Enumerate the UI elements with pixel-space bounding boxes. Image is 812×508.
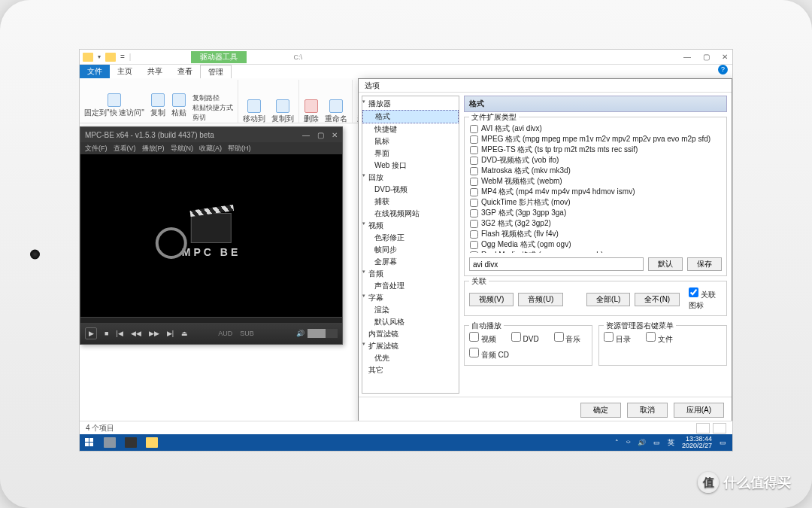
autoplay-music[interactable]: [554, 332, 564, 342]
seek-bar[interactable]: [80, 317, 342, 323]
tree-defstyle[interactable]: 默认风格: [362, 316, 459, 328]
format-row[interactable]: Ogg Media 格式 (ogm ogv): [469, 239, 722, 250]
format-checkbox[interactable]: [470, 146, 478, 154]
tray-battery-icon[interactable]: ▭: [653, 439, 660, 446]
taskbar-app-1[interactable]: [99, 434, 120, 451]
tray-notifications-icon[interactable]: ▭: [720, 439, 726, 446]
format-row[interactable]: MPEG-TS 格式 (ts tp trp m2t m2ts mts rec s…: [469, 144, 722, 155]
rewind-button[interactable]: ◀◀: [131, 330, 141, 337]
tree-intflt[interactable]: 内置滤镜: [362, 328, 459, 340]
format-checkbox[interactable]: [470, 135, 478, 144]
mpc-menu-nav[interactable]: 导航(N): [171, 144, 194, 154]
tab-share[interactable]: 共享: [140, 65, 170, 78]
close-button[interactable]: ✕: [722, 53, 728, 61]
format-checkbox[interactable]: [470, 209, 478, 217]
format-list[interactable]: AVI 格式 (avi divx)MPEG 格式 (mpg mpeg mpe m…: [469, 123, 722, 253]
tree-subtitle[interactable]: 字幕: [362, 292, 459, 304]
stop-button[interactable]: ■: [105, 330, 108, 337]
format-checkbox[interactable]: [470, 125, 478, 133]
taskbar-app-explorer[interactable]: [141, 434, 162, 451]
format-row[interactable]: 3G2 格式 (3g2 3gp2): [469, 218, 722, 229]
format-checkbox[interactable]: [470, 241, 478, 249]
tray-up-icon[interactable]: ˄: [615, 439, 619, 446]
format-checkbox[interactable]: [470, 167, 478, 175]
tree-capture[interactable]: 捕获: [362, 196, 459, 208]
format-row[interactable]: MP4 格式 (mp4 m4v mp4v mpv4 hdmov ismv): [469, 187, 722, 197]
paste-button[interactable]: 粘贴: [171, 93, 186, 123]
format-row[interactable]: MPEG 格式 (mpg mpeg mpe m1v m2v mpv2 mp2v …: [469, 134, 722, 144]
autoplay-dvd[interactable]: [511, 332, 521, 342]
format-row[interactable]: DVD-视频格式 (vob ifo): [469, 155, 722, 166]
start-button[interactable]: [80, 434, 99, 451]
format-row[interactable]: QuickTime 影片格式 (mov): [469, 197, 722, 208]
format-checkbox[interactable]: [470, 178, 478, 186]
tab-file[interactable]: 文件: [80, 65, 110, 78]
pin-button[interactable]: 固定到"快 速访问": [84, 93, 144, 123]
mpc-close[interactable]: ✕: [332, 131, 338, 139]
tray-wifi-icon[interactable]: ⌔: [626, 439, 630, 446]
aud-label[interactable]: AUD: [218, 330, 232, 337]
format-checkbox[interactable]: [470, 220, 478, 228]
forward-button[interactable]: ▶▶: [149, 330, 159, 337]
ctxmenu-file[interactable]: [646, 332, 656, 342]
tray-volume-icon[interactable]: 🔊: [638, 439, 646, 446]
format-checkbox[interactable]: [470, 157, 478, 165]
video-area[interactable]: MPC BE: [80, 154, 342, 317]
format-checkbox[interactable]: [470, 230, 478, 239]
assoc-audio-button[interactable]: 音频(U): [518, 293, 563, 306]
apply-button[interactable]: 应用(A): [674, 403, 724, 418]
tree-webif[interactable]: Web 接口: [362, 160, 459, 172]
assoc-video-button[interactable]: 视频(V): [469, 293, 514, 306]
maximize-button[interactable]: ▢: [703, 53, 710, 61]
tab-manage[interactable]: 管理: [200, 65, 232, 78]
tree-priority[interactable]: 优先: [362, 352, 459, 364]
tree-interface[interactable]: 界面: [362, 148, 459, 160]
pasteshortcut-button[interactable]: 粘贴快捷方式: [192, 103, 233, 113]
ext-input[interactable]: [469, 257, 644, 271]
options-tree[interactable]: 播放器 格式 快捷键 鼠标 界面 Web 接口 回放 DVD-视频 捕获 在线视…: [362, 96, 459, 394]
view-details-button[interactable]: [696, 423, 710, 433]
tree-framesync[interactable]: 帧同步: [362, 244, 459, 256]
mpc-menu-file[interactable]: 文件(F): [85, 144, 108, 154]
format-row[interactable]: Matroska 格式 (mkv mk3d): [469, 166, 722, 176]
tree-render[interactable]: 渲染: [362, 304, 459, 316]
delete-button[interactable]: 删除: [304, 99, 319, 123]
ctxmenu-dir[interactable]: [604, 332, 614, 342]
cut-button[interactable]: 剪切: [192, 113, 233, 123]
qat-dropdown-icon[interactable]: ▾: [98, 53, 101, 60]
next-button[interactable]: ▶|: [167, 330, 174, 337]
tab-view[interactable]: 查看: [170, 65, 200, 78]
autoplay-audiocd[interactable]: [469, 348, 479, 357]
tree-mouse[interactable]: 鼠标: [362, 135, 459, 148]
tree-video[interactable]: 视频: [362, 220, 459, 232]
tab-home[interactable]: 主页: [110, 65, 140, 78]
view-icons-button[interactable]: [713, 423, 726, 433]
copyto-button[interactable]: 复制到: [271, 99, 294, 123]
taskbar-clock[interactable]: 13:38:44 2020/2/27: [682, 436, 712, 449]
mpc-menu-help[interactable]: 帮助(H): [228, 144, 251, 154]
eject-button[interactable]: ⏏: [181, 330, 188, 337]
ok-button[interactable]: 确定: [580, 403, 621, 418]
play-button[interactable]: ▶: [85, 327, 97, 339]
rename-button[interactable]: 重命名: [325, 99, 347, 123]
tree-format[interactable]: 格式: [362, 110, 459, 123]
format-row[interactable]: 3GP 格式 (3gp 3gpp 3ga): [469, 208, 722, 218]
mpc-menu-fav[interactable]: 收藏(A): [199, 144, 222, 154]
tree-player[interactable]: 播放器: [362, 98, 459, 110]
mpc-minimize[interactable]: —: [302, 131, 310, 139]
help-icon[interactable]: ?: [718, 65, 728, 75]
sub-label[interactable]: SUB: [240, 330, 254, 337]
save-button[interactable]: 保存: [687, 257, 722, 271]
format-row[interactable]: AVI 格式 (avi divx): [469, 123, 722, 134]
tree-audioproc[interactable]: 声音处理: [362, 280, 459, 292]
tree-dvd[interactable]: DVD-视频: [362, 184, 459, 196]
minimize-button[interactable]: —: [683, 53, 691, 61]
assoc-all-button[interactable]: 全部(L): [586, 293, 630, 306]
format-checkbox[interactable]: [470, 188, 478, 196]
copypath-button[interactable]: 复制路径: [192, 93, 233, 103]
format-row[interactable]: WebM 视频格式 (webm): [469, 176, 722, 187]
moveto-button[interactable]: 移动到: [243, 99, 265, 123]
assoc-icons-checkbox[interactable]: [689, 287, 698, 297]
volume-slider[interactable]: [308, 329, 338, 338]
tree-extflt[interactable]: 扩展滤镜: [362, 340, 459, 352]
